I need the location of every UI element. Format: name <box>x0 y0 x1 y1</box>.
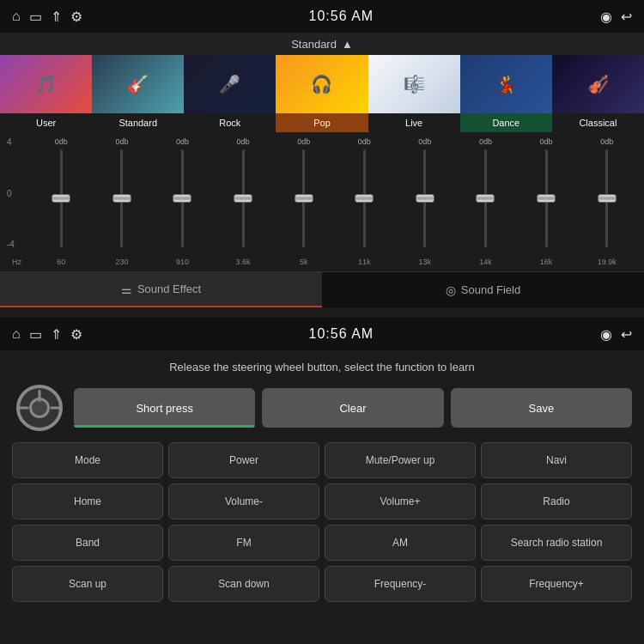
eq-thumb-910[interactable] <box>173 194 191 203</box>
eq-db-19k9: 0db <box>600 137 613 146</box>
eq-track-3k6[interactable] <box>242 149 245 247</box>
func-search-radio[interactable]: Search radio station <box>481 525 632 561</box>
freq-16k: 16k <box>516 258 577 266</box>
eq-track-11k[interactable] <box>363 149 366 247</box>
steering-wheel-panel: ⌂ ▭ ⇑ ⚙ 10:56 AM ◉ ↩ Release the steerin… <box>0 318 644 644</box>
short-press-button[interactable]: Short press <box>74 388 255 428</box>
eq-slider-14k[interactable]: 0db <box>455 137 516 249</box>
eq-thumb-13k[interactable] <box>416 194 434 203</box>
eq-db-4: 4 <box>7 137 15 147</box>
home-icon[interactable]: ⌂ <box>12 9 21 24</box>
genre-classical-label: Classical <box>552 113 644 132</box>
eq-thumb-5k[interactable] <box>295 194 313 203</box>
func-mode[interactable]: Mode <box>12 442 163 478</box>
eq-track-230[interactable] <box>120 149 123 247</box>
eq-db-11k: 0db <box>358 137 371 146</box>
func-scan-up[interactable]: Scan up <box>12 566 163 602</box>
bottom-location-icon[interactable]: ◉ <box>600 326 612 343</box>
genre-standard[interactable]: 🎸 Standard <box>92 55 184 132</box>
eq-hz-label: Hz <box>12 258 21 266</box>
eq-slider-3k6[interactable]: 0db <box>213 137 274 249</box>
func-mute-power-up[interactable]: Mute/Power up <box>325 442 476 478</box>
bottom-home-icon[interactable]: ⌂ <box>12 326 21 342</box>
func-fm[interactable]: FM <box>168 525 319 561</box>
sw-spoke-top <box>39 390 41 402</box>
eq-slider-60hz[interactable]: 0db <box>31 137 92 249</box>
freq-14k: 14k <box>455 258 516 266</box>
eq-slider-19k9[interactable]: 0db <box>576 137 637 249</box>
tab-sound-effect[interactable]: ⚌ Sound Effect <box>0 272 322 307</box>
bottom-up-arrow-icon[interactable]: ⇑ <box>51 326 62 343</box>
func-navi[interactable]: Navi <box>481 442 632 478</box>
genre-rock[interactable]: 🎤 Rock <box>184 55 276 132</box>
eq-thumb-11k[interactable] <box>355 194 374 203</box>
eq-slider-230hz[interactable]: 0db <box>92 137 153 249</box>
save-button[interactable]: Save <box>451 388 632 428</box>
freq-60: 60 <box>31 258 92 266</box>
eq-slider-910hz[interactable]: 0db <box>152 137 213 249</box>
eq-track-5k[interactable] <box>302 149 305 247</box>
sw-instruction-text: Release the steering wheel button, selec… <box>0 350 644 380</box>
genre-user[interactable]: 🎵 User <box>0 55 92 132</box>
freq-11k: 11k <box>334 258 395 266</box>
eq-db-5k: 0db <box>297 137 310 146</box>
eq-track-60[interactable] <box>60 149 63 247</box>
eq-track-19k9[interactable] <box>605 149 608 247</box>
location-icon[interactable]: ◉ <box>600 9 612 25</box>
sliders-icon: ⚌ <box>121 283 132 296</box>
eq-thumb-14k[interactable] <box>476 194 495 203</box>
eq-thumb-3k6[interactable] <box>234 194 252 203</box>
func-power[interactable]: Power <box>168 442 319 478</box>
sw-spoke-left <box>17 407 29 410</box>
func-volume-minus[interactable]: Volume- <box>168 483 319 519</box>
bottom-back-icon[interactable]: ↩ <box>621 326 632 343</box>
eq-track-910[interactable] <box>181 149 184 247</box>
func-am[interactable]: AM <box>325 525 476 561</box>
eq-db-neg4: -4 <box>7 240 15 249</box>
freq-910: 910 <box>152 258 213 266</box>
func-frequency-minus[interactable]: Frequency- <box>325 566 476 602</box>
up-arrow-icon[interactable]: ⇑ <box>51 9 62 25</box>
func-radio[interactable]: Radio <box>481 483 632 519</box>
clear-button[interactable]: Clear <box>262 388 443 428</box>
genre-arrow-icon[interactable]: ▲ <box>342 38 353 51</box>
usb-icon[interactable]: ⚙ <box>70 9 82 25</box>
eq-thumb-19k9[interactable] <box>598 194 617 203</box>
bottom-status-icons-left: ⌂ ▭ ⇑ ⚙ <box>12 326 82 343</box>
genre-classical[interactable]: 🎻 Classical <box>552 55 644 132</box>
sw-controls-row: Short press Clear Save <box>0 380 644 435</box>
func-home[interactable]: Home <box>12 483 163 519</box>
freq-3k6: 3.6k <box>213 258 274 266</box>
freq-13k: 13k <box>395 258 456 266</box>
eq-slider-16k[interactable]: 0db <box>516 137 577 249</box>
eq-slider-5k[interactable]: 0db <box>273 137 334 249</box>
genre-pop-label: Pop <box>276 113 368 132</box>
genre-bar[interactable]: Standard ▲ <box>0 33 644 55</box>
genre-thumbnail-row: 🎵 User 🎸 Standard 🎤 Rock 🎧 Pop 🎼 Live 💃 … <box>0 55 644 132</box>
genre-rock-label: Rock <box>184 113 276 132</box>
func-frequency-plus[interactable]: Frequency+ <box>481 566 632 602</box>
back-icon[interactable]: ↩ <box>621 9 632 25</box>
func-scan-down[interactable]: Scan down <box>168 566 319 602</box>
bottom-screen-icon[interactable]: ▭ <box>29 326 42 343</box>
eq-thumb-16k[interactable] <box>537 194 556 203</box>
genre-live[interactable]: 🎼 Live <box>368 55 460 132</box>
eq-slider-11k[interactable]: 0db <box>334 137 395 249</box>
eq-track-16k[interactable] <box>545 149 548 247</box>
screen-icon[interactable]: ▭ <box>29 9 42 25</box>
eq-db-16k: 0db <box>540 137 553 146</box>
func-volume-plus[interactable]: Volume+ <box>325 483 476 519</box>
eq-thumb-230[interactable] <box>112 194 131 203</box>
eq-slider-13k[interactable]: 0db <box>395 137 456 249</box>
freq-5k: 5k <box>273 258 334 266</box>
eq-track-14k[interactable] <box>484 149 487 247</box>
genre-pop[interactable]: 🎧 Pop <box>276 55 368 132</box>
eq-thumb-60[interactable] <box>52 194 70 203</box>
genre-selected-label: Standard <box>291 38 337 51</box>
tab-sound-field[interactable]: ◎ Sound Field <box>322 272 644 307</box>
genre-dance[interactable]: 💃 Dance <box>460 55 552 132</box>
func-band[interactable]: Band <box>12 525 163 561</box>
eq-track-13k[interactable] <box>423 149 426 247</box>
eq-db-scale: 4 0 -4 <box>7 137 15 249</box>
bottom-usb-icon[interactable]: ⚙ <box>70 326 82 343</box>
